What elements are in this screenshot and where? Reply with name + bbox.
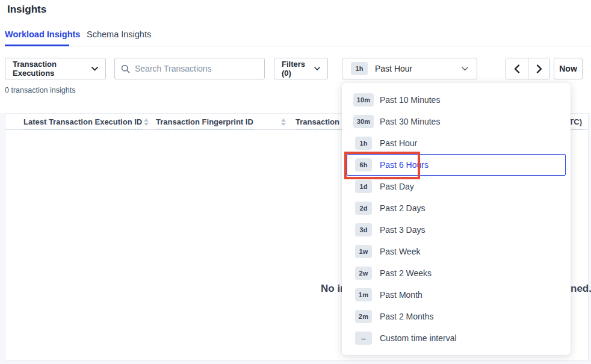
search-input[interactable]	[135, 64, 255, 73]
time-option-badge: --	[355, 332, 372, 345]
previous-time-button[interactable]	[506, 58, 528, 79]
now-button[interactable]: Now	[554, 58, 583, 79]
time-option-label: Custom time interval	[380, 333, 457, 343]
sort-icon[interactable]	[144, 119, 149, 126]
time-option-badge: 1h	[355, 137, 372, 150]
time-option[interactable]: 30m Past 30 Minutes	[347, 111, 566, 132]
time-option-label: Past 6 Hours	[380, 160, 429, 170]
time-option-badge: 3d	[355, 223, 372, 236]
time-option-badge: 1d	[355, 180, 372, 193]
time-option-label: Past Hour	[380, 138, 417, 148]
tab-workload-insights[interactable]: Workload Insights	[5, 29, 80, 39]
time-step-buttons	[506, 58, 550, 79]
time-option[interactable]: 1w Past Week	[347, 241, 566, 262]
time-option-badge: 6h	[355, 158, 372, 171]
search-box[interactable]	[114, 58, 265, 79]
time-option-badge: 30m	[353, 115, 374, 128]
workload-type-label: Transaction Executions	[13, 60, 91, 78]
time-option-badge: 1w	[355, 245, 372, 258]
time-option-selected[interactable]: 6h Past 6 Hours	[347, 154, 566, 176]
insights-page: Insights Workload Insights Schema Insigh…	[0, 0, 591, 364]
time-option-badge: 2d	[355, 202, 372, 215]
time-range-dropdown: 10m Past 10 Minutes 30m Past 30 Minutes …	[342, 83, 571, 355]
chevron-down-icon	[314, 67, 320, 70]
time-option-label: Past 3 Days	[380, 225, 425, 235]
time-option-label: Past Week	[380, 247, 420, 256]
tab-bar: Workload Insights Schema Insights	[0, 24, 591, 46]
time-option[interactable]: 10m Past 10 Minutes	[347, 89, 566, 111]
search-icon	[121, 64, 130, 73]
time-option[interactable]: 2m Past 2 Months	[347, 306, 566, 327]
tab-schema-insights[interactable]: Schema Insights	[87, 29, 151, 39]
time-option-label: Past Month	[380, 290, 422, 300]
time-option-label: Past 2 Months	[380, 312, 434, 321]
time-option[interactable]: 2w Past 2 Weeks	[347, 262, 566, 284]
time-range-selector[interactable]: 1h Past Hour	[342, 58, 477, 79]
empty-state-message-tail: ned.	[571, 283, 591, 295]
time-option[interactable]: 2d Past 2 Days	[347, 197, 566, 219]
time-option-badge: 2m	[355, 310, 372, 323]
page-title: Insights	[7, 4, 46, 16]
column-header-latest-transaction-execution-id[interactable]: Latest Transaction Execution ID	[23, 117, 142, 129]
time-range-label: Past Hour	[375, 64, 462, 73]
column-header-transaction-fingerprint-id[interactable]: Transaction Fingerprint ID	[156, 117, 253, 129]
time-option-label: Past Day	[380, 182, 414, 191]
workload-type-select[interactable]: Transaction Executions	[5, 58, 106, 79]
filters-label: Filters (0)	[282, 60, 314, 78]
chevron-down-icon	[91, 67, 98, 71]
time-option-badge: 10m	[353, 93, 374, 106]
time-option-label: Past 10 Minutes	[380, 95, 440, 105]
time-option-label: Past 30 Minutes	[380, 117, 440, 126]
time-option[interactable]: 1h Past Hour	[347, 132, 566, 154]
time-range-badge: 1h	[351, 62, 368, 75]
time-option[interactable]: -- Custom time interval	[347, 327, 566, 349]
time-option-badge: 1m	[355, 288, 372, 301]
time-option-label: Past 2 Days	[380, 203, 425, 213]
chevron-down-icon	[462, 67, 468, 71]
insights-count: 0 transaction insights	[5, 86, 75, 94]
next-time-button[interactable]	[528, 58, 549, 79]
time-option[interactable]: 1d Past Day	[347, 176, 566, 197]
filters-button[interactable]: Filters (0)	[274, 58, 328, 79]
time-option[interactable]: 3d Past 3 Days	[347, 219, 566, 241]
active-tab-underline	[5, 45, 69, 46]
time-option-label: Past 2 Weeks	[380, 268, 432, 278]
time-option-badge: 2w	[355, 267, 372, 280]
time-option[interactable]: 1m Past Month	[347, 284, 566, 306]
sort-icon[interactable]	[281, 119, 286, 126]
